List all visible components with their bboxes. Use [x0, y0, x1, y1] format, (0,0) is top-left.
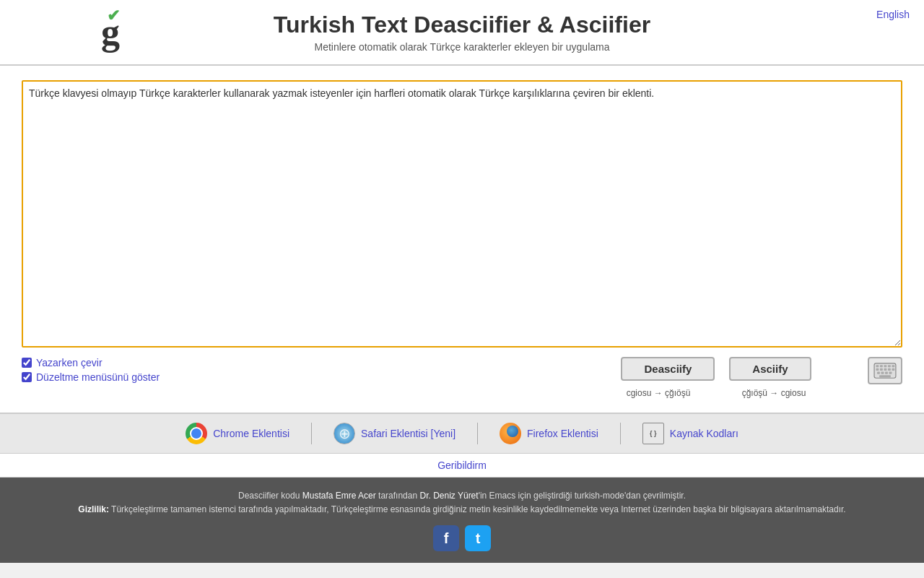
svg-rect-11 [877, 372, 880, 374]
chrome-icon [186, 423, 207, 444]
svg-rect-14 [889, 372, 892, 374]
svg-rect-7 [880, 368, 883, 371]
keyboard-icon [873, 363, 897, 379]
checkmark-icon: ✔ [107, 8, 120, 24]
source-icon: { } [642, 423, 664, 444]
buttons-area: Deasciify Asciify cgiosu → çğıöşü çğıöşü… [608, 357, 824, 398]
footer-author: Mustafa Emre Acer [302, 491, 376, 501]
footer-pre: Deasciifier kodu [238, 491, 302, 501]
svg-rect-15 [879, 375, 891, 377]
footer-privacy: Gizlilik: Türkçeleştirme tamamen istemci… [14, 503, 910, 517]
svg-rect-13 [885, 372, 888, 374]
header-center: Turkish Text Deasciifier & Asciifier Met… [274, 12, 650, 53]
text-input[interactable]: Türkçe klavyesi olmayıp Türkçe karakterl… [22, 80, 902, 348]
chrome-plugin-label: Chrome Eklentisi [213, 428, 289, 439]
svg-rect-4 [888, 365, 891, 367]
checkboxes-group: Yazarken çevir Düzeltme menüsünü göster [22, 357, 608, 383]
footer-mid: tarafından [376, 491, 420, 501]
keyboard-button[interactable] [868, 357, 902, 384]
checkbox-row-yazarken: Yazarken çevir [22, 357, 608, 368]
feedback-bar: Geribildirm [0, 454, 924, 478]
twitter-button[interactable]: t [465, 525, 491, 551]
deasciify-hint: cgiosu → çğıöşü [608, 388, 709, 398]
hints-row: cgiosu → çğıöşü çğıöşü → cgiosu [608, 388, 824, 398]
source-link[interactable]: { } Kaynak Kodları [621, 423, 760, 444]
footer-post: 'in Emacs için geliştirdiği turkish-mode… [479, 491, 686, 501]
firefox-plugin-link[interactable]: Firefox Eklentisi [478, 423, 621, 444]
svg-rect-8 [884, 368, 886, 371]
checkbox-row-duzeltme: Düzeltme menüsünü göster [22, 371, 608, 383]
header: ✔ g Turkish Text Deasciifier & Asciifier… [0, 0, 924, 65]
page-subtitle: Metinlere otomatik olarak Türkçe karakte… [274, 41, 650, 53]
safari-plugin-label: Safari Eklentisi [Yeni] [361, 428, 456, 439]
svg-rect-1 [876, 365, 879, 367]
firefox-icon [500, 423, 521, 444]
svg-rect-3 [884, 365, 886, 367]
controls-row: Yazarken çevir Düzeltme menüsünü göster … [22, 357, 902, 405]
plugins-bar: Chrome Eklentisi Safari Eklentisi [Yeni]… [0, 413, 924, 454]
footer-credits: Deasciifier kodu Mustafa Emre Acer taraf… [14, 489, 910, 503]
footer-person: Dr. Deniz Yüret [419, 491, 478, 501]
safari-icon [334, 423, 355, 444]
svg-rect-10 [892, 368, 894, 371]
svg-rect-6 [876, 368, 879, 371]
asciify-hint: çğıöşü → cgiosu [723, 388, 824, 398]
svg-rect-9 [888, 368, 891, 371]
safari-plugin-link[interactable]: Safari Eklentisi [Yeni] [312, 423, 478, 444]
svg-rect-12 [881, 372, 884, 374]
page-title: Turkish Text Deasciifier & Asciifier [274, 12, 650, 38]
facebook-button[interactable]: f [433, 525, 459, 551]
yazarken-checkbox[interactable] [22, 358, 32, 368]
privacy-text: Türkçeleştirme tamamen istemci tarafında… [109, 504, 846, 514]
logo: ✔ g [101, 14, 120, 51]
duzeltme-checkbox[interactable] [22, 372, 32, 382]
keyboard-icon-wrap [868, 357, 902, 384]
social-icons: f t [14, 525, 910, 551]
privacy-label: Gizlilik: [78, 504, 109, 514]
footer: Deasciifier kodu Mustafa Emre Acer taraf… [0, 478, 924, 563]
svg-rect-5 [892, 365, 894, 367]
yazarken-label[interactable]: Yazarken çevir [36, 357, 103, 368]
main-content: Türkçe klavyesi olmayıp Türkçe karakterl… [0, 66, 924, 413]
deasciify-button[interactable]: Deasciify [621, 357, 715, 381]
source-label: Kaynak Kodları [670, 428, 738, 439]
feedback-link[interactable]: Geribildirm [437, 460, 487, 471]
logo-letter: ✔ g [101, 14, 120, 51]
firefox-plugin-label: Firefox Eklentisi [527, 428, 598, 439]
chrome-plugin-link[interactable]: Chrome Eklentisi [164, 423, 312, 444]
asciify-button[interactable]: Asciify [729, 357, 811, 381]
duzeltme-label[interactable]: Düzeltme menüsünü göster [36, 371, 160, 383]
language-link[interactable]: English [876, 9, 910, 20]
svg-rect-2 [880, 365, 883, 367]
buttons-row: Deasciify Asciify [621, 357, 811, 381]
